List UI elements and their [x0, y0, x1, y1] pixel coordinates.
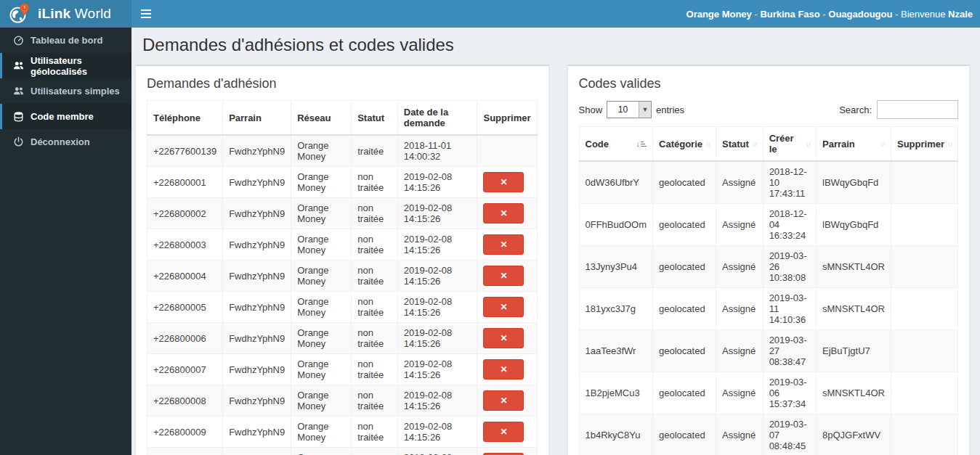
- search-input[interactable]: [877, 100, 958, 119]
- cell-supprimer: ✕: [477, 198, 537, 229]
- adhesion-panel: Demandes d'adhésion Téléphone Parrain Ré…: [135, 65, 549, 455]
- adhesion-table-body: +22677600139 FwdhzYphN9 Orange Money tra…: [147, 135, 538, 455]
- table-search-control: Search:: [839, 100, 958, 119]
- hamburger-icon: [141, 9, 151, 11]
- cell-reseau: Orange Money: [291, 354, 352, 385]
- sort-ascending-icon: ↓: [636, 140, 647, 148]
- cell-code: 13Jyny3Pu4: [579, 246, 653, 288]
- table-row: +22677600139 FwdhzYphN9 Orange Money tra…: [147, 135, 538, 167]
- page-length-control: Show 10 ▼ entries: [579, 101, 685, 118]
- cell-statut: Assigné: [716, 288, 764, 330]
- cell-statut: non traitée: [352, 198, 398, 229]
- cell-parrain: FwdhzYphN9: [223, 198, 291, 229]
- cell-date: 2019-02-08 14:15:26: [397, 385, 477, 417]
- cell-supprimer: ✕: [477, 135, 537, 167]
- cell-parrain: FwdhzYphN9: [223, 261, 291, 292]
- cell-telephone: +226800006: [147, 323, 223, 354]
- cell-reseau: Orange Money: [291, 323, 352, 354]
- cell-parrain: 8pQJGFxtWV: [817, 414, 891, 455]
- delete-button[interactable]: ✕: [483, 234, 524, 255]
- adhesion-table: Téléphone Parrain Réseau Statut Date de …: [147, 100, 538, 455]
- database-icon: [12, 111, 24, 123]
- cell-categorie: geolocated: [653, 372, 716, 414]
- sidebar-item-tableau-de-bord[interactable]: Tableau de bord: [0, 28, 131, 53]
- cell-statut: Assigné: [716, 204, 764, 246]
- table-row: +226800003 FwdhzYphN9 Orange Money non t…: [147, 229, 538, 261]
- delete-button[interactable]: ✕: [483, 390, 524, 411]
- table-row: 0FFhBudOOm geolocated Assigné 2018-12-04…: [579, 204, 958, 246]
- sidebar-toggle-button[interactable]: [131, 0, 161, 28]
- svg-text:$: $: [23, 5, 25, 9]
- delete-button[interactable]: ✕: [483, 328, 524, 348]
- delete-button[interactable]: ✕: [483, 359, 524, 380]
- codes-table-header-row: Code ↓ Catégorie ↓↑ Statut ↓↑: [579, 127, 958, 162]
- cell-statut: Assigné: [716, 246, 764, 288]
- cell-creer-le: 2019-03-11 14:10:36: [763, 288, 816, 330]
- cell-date: 2019-02-08 14:15:26: [397, 323, 477, 354]
- cell-telephone: +226800008: [147, 385, 223, 417]
- cell-code: 1aaTee3fWr: [579, 330, 653, 372]
- sidebar-item-label: Code membre: [31, 111, 94, 122]
- table-row: +226800007 FwdhzYphN9 Orange Money non t…: [147, 354, 538, 385]
- cell-statut: traitée: [352, 135, 398, 167]
- table-row: 1aaTee3fWr geolocated Assigné 2019-03-27…: [579, 330, 958, 372]
- cell-telephone: +226800010: [147, 448, 223, 455]
- cell-reseau: Orange Money: [291, 292, 352, 323]
- col-header-code[interactable]: Code ↓: [579, 127, 653, 162]
- sort-icon: ↓↑: [880, 140, 885, 148]
- cell-creer-le: 2018-12-10 17:43:11: [763, 161, 816, 204]
- cell-supprimer: ✕: [477, 167, 537, 198]
- cell-reseau: Orange Money: [291, 385, 352, 417]
- sidebar-item-utilisateurs-geolocalises[interactable]: Utilisateurs géolocalisés: [0, 53, 131, 78]
- cell-telephone: +226800004: [147, 261, 223, 292]
- sidebar-item-label: Déconnexion: [31, 136, 90, 147]
- adhesion-table-header-row: Téléphone Parrain Réseau Statut Date de …: [147, 101, 538, 136]
- page-length-select[interactable]: 10 ▼: [607, 101, 652, 118]
- cell-supprimer: ✕: [477, 417, 537, 448]
- cell-date: 2019-02-08 14:15:26: [397, 229, 477, 261]
- cell-parrain: sMNSKTL4OR: [817, 288, 891, 330]
- sidebar-item-code-membre[interactable]: Code membre: [0, 104, 131, 129]
- col-header-parrain: Parrain: [223, 101, 291, 136]
- table-row: +226800002 FwdhzYphN9 Orange Money non t…: [147, 198, 538, 229]
- sidebar: Tableau de bord Utilisateurs géolocalisé…: [0, 28, 131, 455]
- cell-statut: non traitée: [352, 292, 398, 323]
- page-title: Demandes d'adhésions et codes valides: [142, 35, 970, 55]
- col-header-categorie[interactable]: Catégorie ↓↑: [653, 127, 716, 162]
- cell-date: 2019-02-08 14:15:26: [397, 292, 477, 323]
- brand-logo-area[interactable]: $ iLink World: [0, 0, 131, 28]
- codes-panel-title: Codes valides: [579, 76, 959, 91]
- col-header-supprimer[interactable]: Supprimer ↓↑: [891, 127, 957, 162]
- user-context-text: Orange Money - Burkina Faso - Ouagadougo…: [687, 0, 973, 28]
- cell-statut: non traitée: [352, 417, 398, 448]
- top-navbar: $ iLink World Orange Money - Burkina Fas…: [0, 0, 980, 28]
- cell-code: 0dW36UfbrY: [579, 161, 653, 204]
- sidebar-item-label: Utilisateurs géolocalisés: [31, 55, 131, 77]
- cell-parrain: FwdhzYphN9: [223, 448, 291, 455]
- cell-parrain: lBWqyGbqFd: [817, 204, 891, 246]
- cell-telephone: +226800001: [147, 167, 223, 198]
- cell-parrain: FwdhzYphN9: [223, 354, 291, 385]
- cell-reseau: Orange Money: [291, 135, 352, 167]
- cell-creer-le: 2019-03-27 08:38:47: [763, 330, 816, 372]
- delete-button[interactable]: ✕: [483, 266, 524, 286]
- sidebar-item-deconnexion[interactable]: Déconnexion: [0, 129, 131, 155]
- table-row: 0dW36UfbrY geolocated Assigné 2018-12-10…: [579, 161, 958, 204]
- cell-telephone: +226800009: [147, 417, 223, 448]
- delete-button[interactable]: ✕: [483, 172, 524, 192]
- cell-supprimer: [891, 372, 957, 414]
- cell-supprimer: ✕: [477, 323, 537, 354]
- delete-button[interactable]: ✕: [483, 203, 524, 224]
- delete-button[interactable]: ✕: [483, 422, 524, 442]
- brand-title-rest: World: [70, 6, 111, 21]
- cell-statut: non traitée: [352, 323, 398, 354]
- col-header-statut[interactable]: Statut ↓↑: [716, 127, 764, 162]
- col-header-date: Date de la demande: [397, 101, 477, 136]
- codes-table-body: 0dW36UfbrY geolocated Assigné 2018-12-10…: [579, 161, 958, 455]
- col-header-creer-le[interactable]: Créer le ↓↑: [763, 127, 816, 162]
- cell-parrain: FwdhzYphN9: [223, 323, 291, 354]
- codes-panel: Codes valides Show 10 ▼ entries Search:: [567, 65, 971, 455]
- delete-button[interactable]: ✕: [483, 297, 524, 317]
- sidebar-item-utilisateurs-simples[interactable]: Utilisateurs simples: [0, 78, 131, 104]
- col-header-parrain[interactable]: Parrain ↓↑: [817, 127, 891, 162]
